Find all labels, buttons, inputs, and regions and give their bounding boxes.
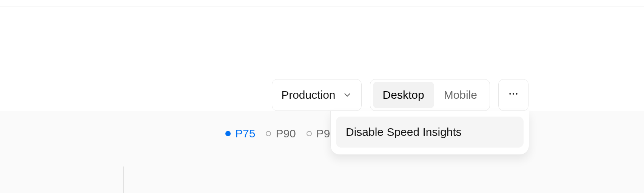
percentile-selector: P75 P90 P95	[225, 127, 335, 140]
axis-tick	[123, 167, 124, 193]
device-option-mobile[interactable]: Mobile	[434, 82, 487, 108]
dot-icon	[225, 131, 231, 136]
more-button[interactable]	[498, 79, 528, 111]
more-menu: Disable Speed Insights	[330, 111, 529, 155]
chevron-down-icon	[342, 90, 352, 100]
menu-item-disable-speed-insights[interactable]: Disable Speed Insights	[336, 117, 524, 148]
more-icon	[508, 88, 519, 102]
content-area	[0, 111, 644, 193]
svg-point-2	[516, 93, 518, 95]
device-option-label: Desktop	[383, 89, 424, 101]
svg-point-1	[513, 93, 514, 95]
percentile-option-p90[interactable]: P90	[266, 127, 296, 140]
environment-selected-label: Production	[281, 89, 335, 101]
percentile-label: P90	[276, 127, 296, 140]
device-option-desktop[interactable]: Desktop	[373, 82, 434, 108]
dot-icon	[307, 131, 312, 136]
toolbar-controls: Production Desktop Mobile	[272, 79, 528, 111]
menu-item-label: Disable Speed Insights	[346, 126, 462, 139]
dot-icon	[266, 131, 271, 136]
device-toggle: Desktop Mobile	[370, 79, 490, 111]
toolbar-area: Production Desktop Mobile	[0, 6, 644, 110]
environment-select[interactable]: Production	[272, 79, 361, 111]
percentile-label: P75	[235, 127, 255, 140]
device-option-label: Mobile	[444, 89, 477, 101]
percentile-option-p75[interactable]: P75	[225, 127, 255, 140]
svg-point-0	[509, 93, 511, 95]
